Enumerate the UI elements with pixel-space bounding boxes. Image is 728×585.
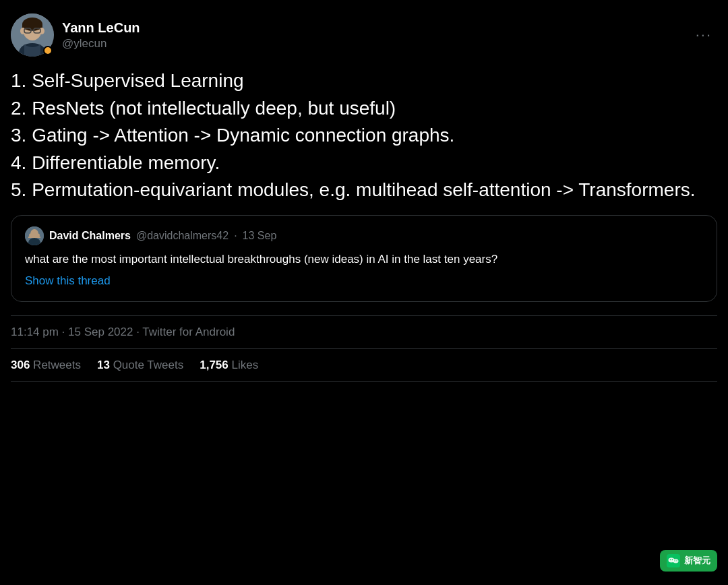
- svg-point-18: [673, 559, 679, 563]
- wechat-watermark: 新智元: [660, 550, 717, 572]
- retweets-count: 306: [11, 359, 30, 371]
- tweet-line-5: 5. Permutation-equivariant modules, e.g.…: [11, 179, 696, 200]
- tweet-header-left: Yann LeCun @ylecun: [11, 13, 140, 57]
- more-options-button[interactable]: ···: [690, 21, 717, 49]
- svg-point-19: [670, 559, 671, 561]
- quoted-dot: ·: [234, 230, 237, 242]
- tweet-time: 11:14 pm · 15 Sep 2022 · Twitter for And…: [11, 326, 235, 338]
- quoted-tweet[interactable]: David Chalmers @davidchalmers42 · 13 Sep…: [11, 215, 717, 303]
- tweet-body: 1. Self-Supervised Learning 2. ResNets (…: [11, 67, 717, 302]
- svg-point-14: [29, 233, 32, 237]
- quote-tweets-count: 13: [97, 359, 110, 371]
- quote-tweets-label: Quote Tweets: [113, 359, 184, 371]
- tweet-metadata: 11:14 pm · 15 Sep 2022 · Twitter for And…: [11, 315, 717, 349]
- display-name: Yann LeCun: [62, 19, 140, 36]
- show-thread-link[interactable]: Show this thread: [25, 274, 111, 287]
- tweet-stats: 306 Retweets 13 Quote Tweets 1,756 Likes: [11, 349, 717, 382]
- svg-point-20: [672, 559, 673, 561]
- likes-label: Likes: [232, 359, 259, 371]
- tweet-line-3: 3. Gating -> Attention -> Dynamic connec…: [11, 125, 454, 146]
- username: @ylecun: [62, 36, 140, 51]
- quote-tweets-stat[interactable]: 13 Quote Tweets: [97, 359, 183, 372]
- quoted-author-username: @davidchalmers42: [136, 230, 229, 242]
- likes-count: 1,756: [200, 359, 229, 371]
- svg-point-15: [37, 233, 40, 237]
- quoted-tweet-text: what are the most important intellectual…: [25, 251, 703, 268]
- quoted-avatar-image: [25, 226, 44, 245]
- user-info: Yann LeCun @ylecun: [62, 19, 140, 51]
- avatar-badge: [43, 46, 53, 55]
- avatar-wrapper: [11, 13, 54, 57]
- tweet-container: Yann LeCun @ylecun ··· 1. Self-Supervise…: [0, 0, 728, 382]
- svg-point-21: [674, 560, 675, 561]
- quoted-avatar: [25, 226, 44, 245]
- quoted-author-name: David Chalmers: [49, 230, 131, 242]
- tweet-line-2: 2. ResNets (not intellectually deep, but…: [11, 98, 396, 119]
- tweet-line-4: 4. Differentiable memory.: [11, 152, 220, 173]
- tweet-header: Yann LeCun @ylecun ···: [11, 13, 717, 57]
- retweets-label: Retweets: [33, 359, 81, 371]
- quoted-tweet-header: David Chalmers @davidchalmers42 · 13 Sep: [25, 226, 703, 245]
- svg-point-22: [676, 560, 677, 561]
- quoted-date: 13 Sep: [243, 230, 277, 242]
- tweet-text: 1. Self-Supervised Learning 2. ResNets (…: [11, 67, 717, 204]
- tweet-line-1: 1. Self-Supervised Learning: [11, 70, 244, 91]
- likes-stat[interactable]: 1,756 Likes: [200, 359, 258, 372]
- wechat-label: 新智元: [684, 555, 710, 567]
- retweets-stat[interactable]: 306 Retweets: [11, 359, 81, 372]
- wechat-icon: [667, 554, 680, 567]
